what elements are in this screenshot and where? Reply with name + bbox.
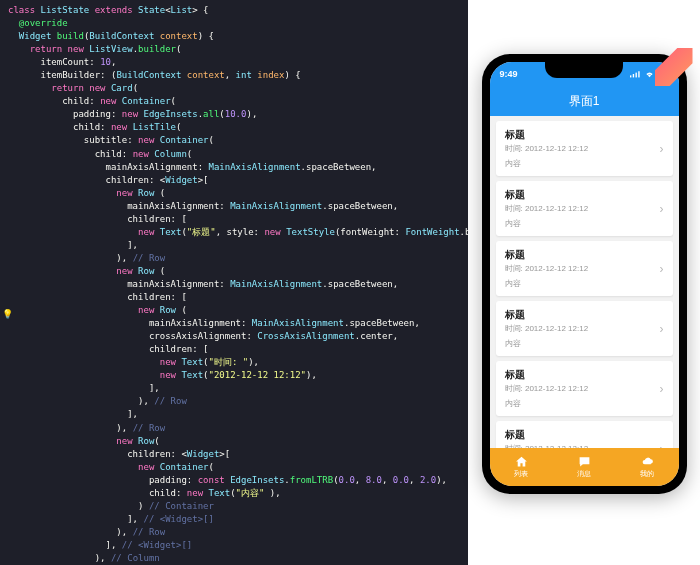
kw-class: class <box>8 5 41 15</box>
cloud-icon <box>641 455 654 468</box>
list-item[interactable]: 标题时间: 2012-12-12 12:12内容› <box>496 301 673 356</box>
chevron-right-icon: › <box>660 142 664 156</box>
notch <box>545 62 623 78</box>
list-view[interactable]: 标题时间: 2012-12-12 12:12内容› 标题时间: 2012-12-… <box>490 116 679 448</box>
message-icon <box>578 455 591 468</box>
chevron-right-icon: › <box>660 382 664 396</box>
svg-rect-2 <box>635 73 636 78</box>
list-item[interactable]: 标题时间: 2012-12-12 12:12内容› <box>496 181 673 236</box>
app-bar: 界面1 <box>490 86 679 116</box>
home-icon <box>515 455 528 468</box>
list-item[interactable]: 标题时间: 2012-12-12 12:12内容› <box>496 361 673 416</box>
svg-rect-1 <box>632 74 633 77</box>
tab-list[interactable]: 列表 <box>490 448 553 486</box>
wifi-icon <box>644 70 655 78</box>
debug-ribbon-icon <box>655 48 693 86</box>
item-content: 内容 <box>505 158 660 169</box>
signal-icon <box>630 70 641 78</box>
tab-message[interactable]: 消息 <box>553 448 616 486</box>
list-item[interactable]: 标题时间: 2012-12-12 12:12内容› <box>496 421 673 448</box>
tab-mine[interactable]: 我的 <box>616 448 679 486</box>
list-item[interactable]: 标题时间: 2012-12-12 12:12内容› <box>496 241 673 296</box>
item-title: 标题 <box>505 128 660 142</box>
svg-rect-3 <box>638 71 639 77</box>
item-time: 时间: 2012-12-12 12:12 <box>505 143 660 154</box>
status-time: 9:49 <box>500 69 518 79</box>
list-item[interactable]: 标题时间: 2012-12-12 12:12内容› <box>496 121 673 176</box>
chevron-right-icon: › <box>660 202 664 216</box>
lightbulb-icon[interactable]: 💡 <box>2 308 13 321</box>
code-editor[interactable]: 💡 class ListState extends State<List> { … <box>0 0 468 565</box>
bottom-nav: 列表 消息 我的 <box>490 448 679 486</box>
svg-rect-0 <box>630 75 631 77</box>
app-title: 界面1 <box>569 93 600 110</box>
chevron-right-icon: › <box>660 262 664 276</box>
phone-screen: 9:49 界面1 标题时间: 2012-12-12 12:12内容› 标题时间:… <box>490 62 679 486</box>
phone-preview: 9:49 界面1 标题时间: 2012-12-12 12:12内容› 标题时间:… <box>468 0 700 565</box>
phone-frame: 9:49 界面1 标题时间: 2012-12-12 12:12内容› 标题时间:… <box>482 54 687 494</box>
chevron-right-icon: › <box>660 322 664 336</box>
